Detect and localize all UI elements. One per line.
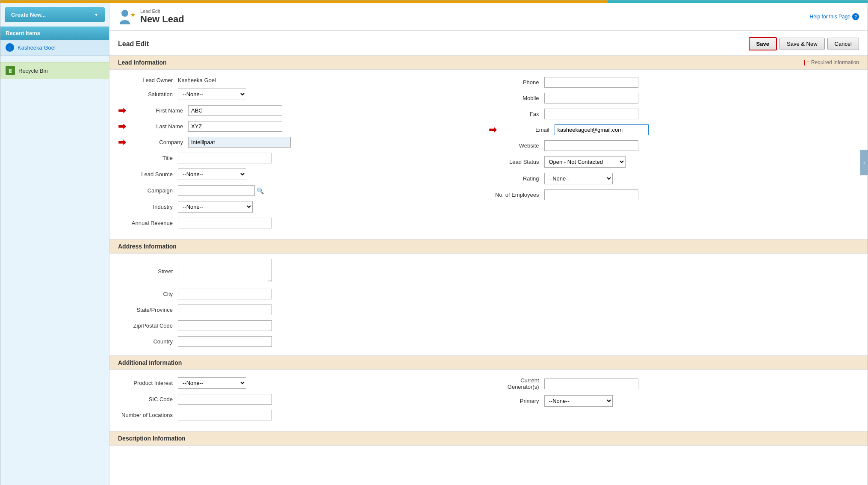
street-input[interactable]	[178, 259, 272, 282]
sic-code-field[interactable]	[178, 394, 489, 405]
lead-status-field[interactable]: Open - Not Contacted Working - Contacted…	[544, 156, 859, 168]
rating-select[interactable]: --None-- Hot Warm Cold	[544, 173, 613, 184]
mobile-input[interactable]	[544, 93, 638, 104]
campaign-label: Campaign	[118, 187, 178, 194]
sidebar-collapse-tab[interactable]: ‹	[860, 150, 868, 175]
recent-item-kasheeka[interactable]: 👤 Kasheeka Goel	[0, 40, 109, 56]
current-generators-field[interactable]	[544, 379, 859, 389]
rating-row: Rating --None-- Hot Warm Cold	[489, 172, 859, 185]
industry-field[interactable]: --None-- Agriculture Technology Healthca…	[178, 201, 489, 213]
title-field[interactable]	[178, 153, 489, 163]
additional-info-section-header: Additional Information	[109, 355, 868, 370]
lead-page-icon	[118, 8, 135, 25]
mobile-field[interactable]	[544, 93, 859, 104]
primary-select[interactable]: --None-- Yes No	[544, 395, 613, 407]
current-generators-label: Current Generator(s)	[489, 377, 544, 390]
salutation-field[interactable]: --None-- Mr. Ms. Mrs. Dr. Prof.	[178, 89, 489, 100]
recent-items-header: Recent Items	[0, 27, 109, 40]
phone-label: Phone	[489, 79, 544, 86]
product-interest-row: Product Interest --None-- GC1000 series …	[118, 376, 489, 390]
zip-label: Zip/Postal Code	[118, 322, 178, 329]
sic-code-input[interactable]	[178, 394, 272, 405]
additional-right-col: Current Generator(s) Primary --None--	[489, 374, 859, 427]
lead-status-select[interactable]: Open - Not Contacted Working - Contacted…	[544, 156, 626, 168]
first-name-input[interactable]	[188, 105, 282, 116]
campaign-lookup-icon[interactable]: 🔍	[257, 187, 264, 194]
city-input[interactable]	[178, 289, 272, 299]
product-interest-field[interactable]: --None-- GC1000 series GC5000 series GC3…	[178, 377, 489, 389]
recycle-bin-item[interactable]: 🗑 Recycle Bin	[0, 62, 109, 79]
city-row: City	[118, 288, 859, 300]
email-input[interactable]	[555, 124, 649, 135]
email-label: Email	[499, 127, 555, 133]
current-generators-input[interactable]	[544, 379, 638, 389]
phone-row: Phone	[489, 76, 859, 89]
website-label: Website	[489, 142, 544, 149]
company-input[interactable]	[188, 137, 291, 148]
street-field[interactable]	[178, 259, 859, 284]
zip-field[interactable]	[178, 320, 859, 331]
state-label: State/Province	[118, 307, 178, 313]
salutation-row: Salutation --None-- Mr. Ms. Mrs. Dr. Pro…	[118, 88, 489, 101]
user-icon: 👤	[6, 43, 14, 52]
annual-revenue-label: Annual Revenue	[118, 220, 178, 226]
description-info-section-header: Description Information	[109, 431, 868, 446]
campaign-field[interactable]: 🔍	[178, 185, 489, 196]
lead-info-section-header: Lead Information | = Required Informatio…	[109, 55, 868, 70]
website-input[interactable]	[544, 140, 638, 151]
help-link[interactable]: Help for this Page ?	[810, 13, 859, 20]
num-employees-field[interactable]	[544, 189, 859, 200]
fax-input[interactable]	[544, 109, 638, 119]
state-field[interactable]	[178, 305, 859, 315]
industry-select[interactable]: --None-- Agriculture Technology Healthca…	[178, 201, 253, 213]
state-input[interactable]	[178, 305, 272, 315]
phone-field[interactable]	[544, 77, 859, 88]
last-name-field[interactable]	[188, 121, 489, 132]
form-title: Lead Edit	[118, 40, 149, 48]
required-mark: |	[804, 59, 805, 65]
num-employees-label: No. of Employees	[489, 192, 544, 198]
primary-field[interactable]: --None-- Yes No	[544, 395, 859, 407]
email-field[interactable]	[555, 124, 859, 135]
create-new-button[interactable]: Create New... ▼	[5, 7, 105, 22]
num-locations-field[interactable]	[178, 410, 489, 420]
annual-revenue-input[interactable]	[178, 218, 272, 228]
recycle-bin-icon: 🗑	[6, 66, 15, 75]
website-field[interactable]	[544, 140, 859, 151]
company-row: ➡ Company	[118, 136, 489, 148]
lead-status-label: Lead Status	[489, 159, 544, 165]
num-employees-input[interactable]	[544, 189, 638, 200]
lead-source-field[interactable]: --None-- Web Phone Inquiry Partner Refer…	[178, 169, 489, 180]
last-name-input[interactable]	[188, 121, 282, 132]
num-locations-row: Number of Locations	[118, 409, 489, 421]
campaign-input[interactable]	[178, 185, 255, 196]
additional-info-label: Additional Information	[118, 359, 182, 366]
title-input[interactable]	[178, 153, 272, 163]
primary-label: Primary	[489, 398, 544, 404]
mobile-label: Mobile	[489, 95, 544, 101]
phone-input[interactable]	[544, 77, 638, 88]
save-button[interactable]: Save	[749, 37, 777, 50]
save-new-button[interactable]: Save & New	[779, 38, 825, 50]
sic-code-row: SIC Code	[118, 393, 489, 405]
annual-revenue-row: Annual Revenue	[118, 217, 489, 229]
salutation-label: Salutation	[118, 91, 178, 98]
city-field[interactable]	[178, 289, 859, 299]
last-name-row: ➡ Last Name	[118, 120, 489, 133]
zip-input[interactable]	[178, 320, 272, 331]
annual-revenue-field[interactable]	[178, 218, 489, 228]
company-field[interactable]	[188, 137, 489, 148]
country-input[interactable]	[178, 336, 272, 347]
industry-row: Industry --None-- Agriculture Technology…	[118, 200, 489, 213]
cancel-button[interactable]: Cancel	[827, 38, 859, 50]
rating-field[interactable]: --None-- Hot Warm Cold	[544, 173, 859, 184]
lead-source-select[interactable]: --None-- Web Phone Inquiry Partner Refer…	[178, 169, 246, 180]
first-name-field[interactable]	[188, 105, 489, 116]
num-locations-label: Number of Locations	[118, 412, 178, 418]
product-interest-select[interactable]: --None-- GC1000 series GC5000 series GC3…	[178, 377, 246, 389]
num-locations-input[interactable]	[178, 410, 272, 420]
country-field[interactable]	[178, 336, 859, 347]
page-subtitle: Lead Edit	[140, 9, 184, 14]
fax-field[interactable]	[544, 109, 859, 119]
salutation-select[interactable]: --None-- Mr. Ms. Mrs. Dr. Prof.	[178, 89, 246, 100]
